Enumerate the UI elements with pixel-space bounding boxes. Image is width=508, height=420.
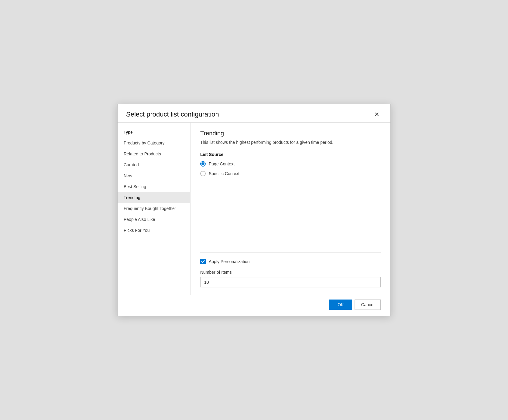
sidebar-item-new[interactable]: New	[118, 170, 190, 181]
sidebar-section-label: Type	[118, 127, 190, 137]
spacer	[200, 184, 381, 252]
radio-group: Page Context Specific Context	[200, 161, 381, 176]
radio-label-specific-context: Specific Context	[209, 171, 239, 176]
dialog-body: Type Products by Category Related to Pro…	[118, 122, 390, 295]
sidebar-item-products-by-category[interactable]: Products by Category	[118, 137, 190, 148]
sidebar-item-best-selling[interactable]: Best Selling	[118, 181, 190, 192]
sidebar-item-frequently-bought-together[interactable]: Frequently Bought Together	[118, 203, 190, 214]
sidebar-item-people-also-like[interactable]: People Also Like	[118, 214, 190, 225]
sidebar-item-picks-for-you[interactable]: Picks For You	[118, 225, 190, 236]
radio-circle-specific-context	[200, 171, 206, 176]
apply-personalization-checkbox[interactable]	[200, 259, 206, 264]
cancel-button[interactable]: Cancel	[355, 300, 381, 310]
radio-circle-page-context	[200, 161, 206, 167]
sidebar-item-curated[interactable]: Curated	[118, 159, 190, 170]
ok-button[interactable]: OK	[329, 300, 352, 310]
bottom-section: Apply Personalization Number of Items	[200, 252, 381, 287]
number-of-items-label: Number of Items	[200, 270, 381, 275]
list-source-label: List Source	[200, 152, 381, 157]
apply-personalization-label: Apply Personalization	[209, 259, 250, 264]
sidebar: Type Products by Category Related to Pro…	[118, 123, 190, 295]
sidebar-item-related-to-products[interactable]: Related to Products	[118, 148, 190, 159]
radio-option-page-context[interactable]: Page Context	[200, 161, 381, 167]
dialog-footer: OK Cancel	[118, 295, 390, 316]
dialog: Select product list configuration ✕ Type…	[117, 104, 391, 316]
content-description: This list shows the highest performing p…	[200, 140, 381, 145]
checkmark-icon	[201, 260, 205, 263]
close-button[interactable]: ✕	[372, 110, 382, 119]
radio-option-specific-context[interactable]: Specific Context	[200, 171, 381, 176]
content-title: Trending	[200, 130, 381, 137]
content-panel: Trending This list shows the highest per…	[190, 123, 390, 295]
sidebar-item-trending[interactable]: Trending	[118, 192, 190, 203]
radio-label-page-context: Page Context	[209, 161, 235, 166]
number-of-items-input[interactable]	[200, 277, 381, 287]
dialog-header: Select product list configuration ✕	[118, 104, 390, 122]
checkbox-row: Apply Personalization	[200, 259, 381, 264]
dialog-title: Select product list configuration	[126, 110, 219, 118]
